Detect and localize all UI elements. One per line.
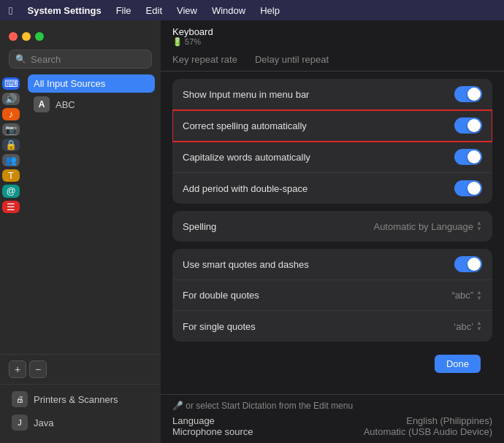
mic-row: Microphone source Automatic (USB Audio D… <box>172 426 492 437</box>
show-input-menu-toggle[interactable] <box>454 86 482 102</box>
toggle-knob <box>467 88 481 101</box>
done-btn-container: Done <box>161 349 504 385</box>
sidebar-list: All Input Sources A ABC <box>22 74 161 215</box>
menu-window[interactable]: Window <box>212 5 245 16</box>
panel-bottom: 🎤 or select Start Dictation from the Edi… <box>161 394 504 443</box>
printers-scanners-label: Printers & Scanners <box>34 394 118 405</box>
language-label: Language <box>172 415 215 426</box>
sidebar-item-printers-scanners[interactable]: 🖨 Printers & Scanners <box>6 388 155 411</box>
tab-key-repeat[interactable]: Key repeat rate <box>172 50 237 71</box>
mic-value: Automatic (USB Audio Device) <box>364 426 492 437</box>
sidebar-item-all-input-sources[interactable]: All Input Sources <box>28 74 155 93</box>
add-source-button[interactable]: + <box>9 361 26 378</box>
double-quotes-arrows: ▲▼ <box>476 290 482 301</box>
traffic-lights <box>0 26 161 47</box>
java-label: Java <box>34 417 53 428</box>
smart-quotes-label: Use smart quotes and dashes <box>183 259 309 270</box>
printers-icon: 🖨 <box>12 391 28 407</box>
java-icon: J <box>12 415 28 431</box>
settings-row-spelling: Spelling Automatic by Language ▲▼ <box>172 211 492 242</box>
close-button[interactable] <box>9 32 18 41</box>
panel-body: Show Input menu in menu bar Correct spel… <box>161 72 504 394</box>
sidebar-icon-at[interactable]: @ <box>2 185 20 197</box>
correct-spelling-toggle[interactable] <box>454 118 482 134</box>
add-period-label: Add period with double-space <box>183 183 308 194</box>
sidebar-icon-camera[interactable]: 📷 <box>2 123 20 136</box>
spelling-label: Spelling <box>183 221 216 232</box>
right-panel: Keyboard 🔋 57% Key repeat rate Delay unt… <box>161 20 504 443</box>
settings-row-single-quotes: For single quotes ‘abc’ ▲▼ <box>172 311 492 342</box>
settings-row-smart-quotes: Use smart quotes and dashes <box>172 249 492 280</box>
sidebar-item-abc[interactable]: A ABC <box>28 93 155 116</box>
double-quotes-label: For double quotes <box>183 290 259 301</box>
settings-row-double-quotes: For double quotes “abc” ▲▼ <box>172 280 492 311</box>
spelling-value: Automatic by Language <box>373 221 473 232</box>
settings-row-capitalize: Capitalize words automatically <box>172 142 492 173</box>
single-quotes-value: ‘abc’ <box>454 321 473 332</box>
sidebar-content: ⌨ 🔊 ♪ 📷 🔒 👥 T @ ☰ All Input Sources A AB… <box>0 74 161 215</box>
search-placeholder: Search <box>31 54 61 65</box>
tab-delay-repeat[interactable]: Delay until repeat <box>255 50 329 71</box>
sidebar-icon-t[interactable]: T <box>2 169 20 182</box>
sidebar-icon-music[interactable]: ♪ <box>2 108 20 120</box>
remove-source-button[interactable]: − <box>29 361 47 378</box>
search-bar[interactable]: 🔍 Search <box>9 50 152 69</box>
settings-row-add-period: Add period with double-space <box>172 173 492 204</box>
done-button[interactable]: Done <box>435 355 481 373</box>
panel-title: Keyboard <box>172 26 492 37</box>
menu-bar:  System Settings File Edit View Window … <box>0 0 504 20</box>
menu-file[interactable]: File <box>116 5 131 16</box>
toggle-knob-spelling <box>467 119 481 132</box>
panel-tabs: Key repeat rate Delay until repeat <box>161 50 504 72</box>
sidebar-item-abc-label: ABC <box>56 99 75 110</box>
settings-section-2: Spelling Automatic by Language ▲▼ <box>172 211 492 242</box>
toggle-knob-capitalize <box>467 150 481 163</box>
menu-view[interactable]: View <box>177 5 197 16</box>
sidebar-bottom-items: 🖨 Printers & Scanners J Java <box>0 384 161 437</box>
menu-help[interactable]: Help <box>260 5 280 16</box>
menu-system-settings[interactable]: System Settings <box>27 5 101 16</box>
minimize-button[interactable] <box>22 32 31 41</box>
settings-section-3: Use smart quotes and dashes For double q… <box>172 249 492 342</box>
menu-edit[interactable]: Edit <box>146 5 162 16</box>
double-quotes-select[interactable]: “abc” ▲▼ <box>451 290 482 301</box>
single-quotes-label: For single quotes <box>183 321 256 332</box>
apple-menu[interactable]:  <box>9 4 12 17</box>
sidebar-icon-list[interactable]: ☰ <box>2 201 20 213</box>
sidebar: 🔍 Search ⌨ 🔊 ♪ 📷 🔒 👥 T @ ☰ All Input Sou… <box>0 20 161 443</box>
dictation-hint: 🎤 or select Start Dictation from the Edi… <box>172 401 492 411</box>
panel-header: Keyboard 🔋 57% <box>161 20 504 50</box>
main-layout: 🔍 Search ⌨ 🔊 ♪ 📷 🔒 👥 T @ ☰ All Input Sou… <box>0 20 504 443</box>
single-quotes-arrows: ▲▼ <box>476 320 482 332</box>
double-quotes-value: “abc” <box>451 290 473 301</box>
abc-icon: A <box>34 96 50 112</box>
mic-label: Microphone source <box>172 426 253 437</box>
capitalize-toggle[interactable] <box>454 149 482 165</box>
toggle-knob-period <box>467 182 481 195</box>
sidebar-icon-users[interactable]: 👥 <box>2 154 20 166</box>
show-input-menu-label: Show Input menu in menu bar <box>183 89 309 100</box>
single-quotes-select[interactable]: ‘abc’ ▲▼ <box>454 320 482 332</box>
sidebar-item-all-input-sources-label: All Input Sources <box>34 78 105 89</box>
smart-quotes-toggle[interactable] <box>454 256 482 272</box>
panel-subtitle: 🔋 57% <box>172 37 492 47</box>
toggle-knob-smart-quotes <box>467 258 481 271</box>
language-row: Language English (Philippines) <box>172 415 492 426</box>
settings-row-show-input-menu: Show Input menu in menu bar <box>172 79 492 110</box>
sidebar-icon-strip: ⌨ 🔊 ♪ 📷 🔒 👥 T @ ☰ <box>0 74 22 215</box>
spelling-arrows: ▲▼ <box>476 220 482 232</box>
maximize-button[interactable] <box>35 32 44 41</box>
settings-section-1: Show Input menu in menu bar Correct spel… <box>172 79 492 204</box>
sidebar-item-java[interactable]: J Java <box>6 411 155 434</box>
spelling-select[interactable]: Automatic by Language ▲▼ <box>373 220 482 232</box>
sidebar-icon-security[interactable]: 🔒 <box>2 139 20 151</box>
search-icon: 🔍 <box>15 54 26 64</box>
sidebar-icon-keyboard[interactable]: ⌨ <box>2 77 20 90</box>
correct-spelling-label: Correct spelling automatically <box>183 120 307 131</box>
settings-row-correct-spelling: Correct spelling automatically <box>172 110 492 142</box>
add-period-toggle[interactable] <box>454 180 482 196</box>
language-value: English (Philippines) <box>406 415 492 426</box>
capitalize-label: Capitalize words automatically <box>183 152 310 163</box>
sidebar-icon-sound[interactable]: 🔊 <box>2 93 20 105</box>
sidebar-footer: + − <box>0 354 161 384</box>
